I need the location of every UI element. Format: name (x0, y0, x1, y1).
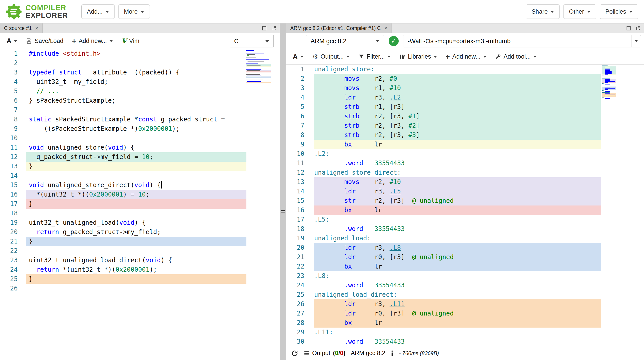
code-text[interactable]: uint32_t unaligned_load_direct(void) { (26, 256, 246, 265)
compiler-explorer-logo[interactable]: COMPILER EXPLORER (6, 4, 68, 20)
compiler-options-input[interactable] (404, 35, 631, 47)
code-text[interactable]: ldr r3, .L2 (314, 93, 601, 102)
code-text[interactable]: return *(uint32_t *)(0x2000001); (26, 265, 246, 274)
code-text[interactable]: } (26, 237, 246, 246)
code-line[interactable]: 3typedef struct __attribute__((packed)) … (0, 68, 280, 77)
code-line[interactable]: 23uint32_t unaligned_load_direct(void) { (0, 256, 280, 265)
close-icon[interactable]: × (35, 26, 38, 31)
line-number[interactable]: 14 (286, 187, 314, 196)
code-text[interactable]: void unaligned_store(void) { (26, 143, 246, 152)
line-number[interactable]: 2 (286, 74, 314, 84)
line-number[interactable]: 11 (286, 158, 314, 168)
line-number[interactable]: 18 (286, 224, 314, 234)
line-number[interactable]: 21 (286, 252, 314, 262)
line-number[interactable]: 15 (286, 196, 314, 206)
recompile-refresh-icon[interactable] (291, 350, 298, 357)
code-line[interactable]: 6} sPackedStructExample; (0, 96, 280, 105)
line-number[interactable]: 4 (286, 93, 314, 102)
code-line[interactable]: 6 strb r2, [r3, #1] (286, 112, 644, 121)
code-line[interactable]: 11 .word 33554433 (286, 158, 644, 168)
code-text[interactable] (26, 134, 246, 143)
line-number[interactable]: 10 (0, 134, 26, 143)
code-line[interactable]: 20 ldr r3, .L8 (286, 243, 644, 252)
code-text[interactable] (26, 208, 246, 218)
line-number[interactable]: 8 (286, 130, 314, 140)
code-line[interactable]: 27 ldr r0, [r3] @ unaligned (286, 309, 644, 318)
code-text[interactable]: ldr r0, [r3] @ unaligned (314, 309, 601, 318)
vim-toggle-button[interactable]: V Vim (118, 35, 142, 47)
code-line[interactable]: 2 movs r2, #0 (286, 74, 644, 84)
code-text[interactable] (26, 284, 246, 293)
line-number[interactable]: 7 (0, 105, 26, 115)
code-line[interactable]: 22 bx lr (286, 262, 644, 271)
code-line[interactable]: 8 strb r2, [r3, #3] (286, 130, 644, 140)
line-number[interactable]: 30 (286, 337, 314, 346)
output-button[interactable]: Output (0/0) (304, 350, 346, 357)
code-text[interactable]: unaligned_load: (314, 234, 601, 243)
code-text[interactable]: .L2: (314, 149, 601, 158)
code-line[interactable]: 29.L11: (286, 328, 644, 337)
code-line[interactable]: 5 // ... (0, 86, 280, 96)
line-number[interactable]: 13 (286, 177, 314, 187)
code-line[interactable]: 5 strb r1, [r3] (286, 102, 644, 112)
line-number[interactable]: 3 (0, 68, 26, 77)
code-line[interactable]: 18 .word 33554433 (286, 224, 644, 234)
line-number[interactable]: 12 (0, 152, 26, 162)
code-line[interactable]: 9 bx lr (286, 140, 644, 149)
line-number[interactable]: 22 (286, 262, 314, 271)
line-number[interactable]: 12 (286, 168, 314, 177)
minimap[interactable] (602, 65, 616, 99)
code-text[interactable]: .word 33554433 (314, 158, 601, 168)
code-text[interactable]: strb r1, [r3] (314, 102, 601, 112)
code-text[interactable]: *(uint32_t *)(0x2000001) = 10; (26, 190, 246, 199)
close-icon[interactable]: × (384, 26, 388, 31)
code-line[interactable]: 11void unaligned_store(void) { (0, 143, 280, 152)
line-number[interactable]: 8 (0, 115, 26, 124)
code-line[interactable]: 17} (0, 199, 280, 208)
line-number[interactable]: 26 (286, 300, 314, 309)
code-line[interactable]: 21 ldr r0, [r3] @ unaligned (286, 252, 644, 262)
code-line[interactable]: 12 g_packed_struct->my_field = 10; (0, 152, 280, 162)
code-text[interactable]: } (26, 162, 246, 171)
font-size-button[interactable]: A (290, 50, 307, 63)
line-number[interactable]: 11 (0, 143, 26, 152)
line-number[interactable]: 5 (286, 102, 314, 112)
code-text[interactable]: unaligned_store: (314, 64, 601, 74)
code-line[interactable]: 15 str r2, [r3] @ unaligned (286, 196, 644, 206)
code-line[interactable]: 16 bx lr (286, 206, 644, 215)
code-text[interactable]: strb r2, [r3, #3] (314, 130, 601, 140)
code-line[interactable]: 4 uint32_t my_field; (0, 77, 280, 86)
line-number[interactable]: 20 (286, 243, 314, 252)
line-number[interactable]: 25 (286, 290, 314, 300)
line-number[interactable]: 10 (286, 149, 314, 158)
filter-menu-button[interactable]: Filter... (355, 51, 394, 62)
popout-icon[interactable] (271, 26, 276, 31)
line-number[interactable]: 16 (0, 190, 26, 199)
code-text[interactable]: ldr r3, .L5 (314, 187, 601, 196)
share-menu-button[interactable]: Share (526, 4, 560, 19)
code-text[interactable] (26, 171, 246, 180)
code-line[interactable]: 26 ldr r3, .L11 (286, 300, 644, 309)
code-line[interactable]: 7 (0, 105, 280, 115)
add-menu-button[interactable]: Add... (82, 4, 115, 19)
line-number[interactable]: 3 (286, 84, 314, 93)
code-line[interactable]: 23.L8: (286, 271, 644, 280)
other-menu-button[interactable]: Other (563, 4, 596, 19)
line-number[interactable]: 19 (286, 234, 314, 243)
line-number[interactable]: 19 (0, 218, 26, 228)
line-number[interactable]: 23 (0, 256, 26, 265)
line-number[interactable]: 17 (0, 199, 26, 208)
line-number[interactable]: 5 (0, 86, 26, 96)
code-text[interactable]: } (26, 274, 246, 284)
add-new-button[interactable]: + Add new... (69, 35, 116, 47)
line-number[interactable]: 18 (0, 208, 26, 218)
font-size-button[interactable]: A (3, 35, 20, 48)
code-text[interactable]: movs r1, #10 (314, 84, 601, 93)
add-new-button[interactable]: + Add new... (442, 51, 490, 62)
line-number[interactable]: 24 (286, 280, 314, 290)
maximize-icon[interactable] (626, 26, 631, 31)
code-line[interactable]: 14 ldr r3, .L5 (286, 187, 644, 196)
save-load-button[interactable]: Save/Load (23, 35, 66, 47)
code-line[interactable]: 1#include <stdint.h> (0, 49, 280, 58)
code-text[interactable]: ldr r3, .L8 (314, 243, 601, 252)
